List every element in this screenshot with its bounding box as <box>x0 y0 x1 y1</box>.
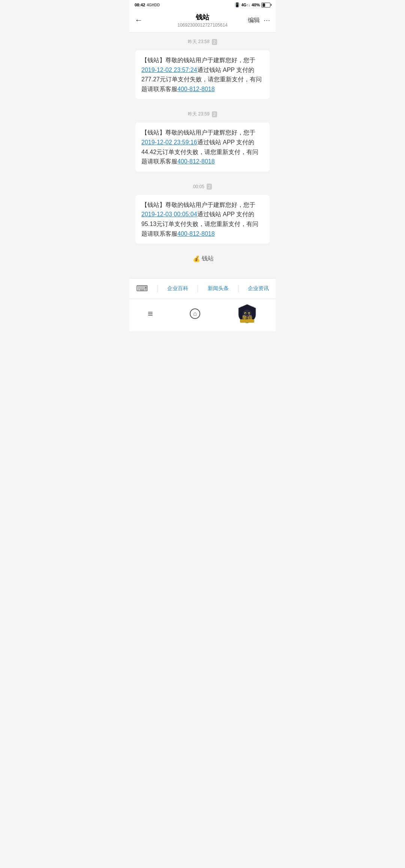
time-display: 08:42 <box>135 3 145 7</box>
keyboard-button[interactable]: ⌨ <box>132 282 152 295</box>
toolbar-item-1[interactable]: 新闻头条 <box>204 284 232 293</box>
message-text-1: 【钱站】尊敬的钱站用户于建辉您好，您于 <box>141 57 255 63</box>
nav-bar: ≡ ⌂ BL <box>129 299 276 331</box>
status-right: 📳 4G↑↓ 40% <box>234 2 270 7</box>
network-type: 4GHDD <box>147 3 160 7</box>
contact-id: 10692300012727105614 <box>157 22 248 28</box>
vibrate-icon: 📳 <box>234 2 240 7</box>
msg-badge-1: 2 <box>212 39 217 45</box>
blackcat-logo[interactable]: BLACK CAT 黑猫 <box>237 304 257 324</box>
menu-button[interactable]: ≡ <box>148 308 153 319</box>
timestamp-2: 昨天 23:59 <box>188 111 209 117</box>
home-icon: ⌂ <box>190 308 200 319</box>
divider-3 <box>238 285 238 292</box>
timestamp-row-2: 昨天 23:59 2 <box>129 105 276 121</box>
message-phone-3[interactable]: 400-812-8018 <box>177 230 215 237</box>
home-button[interactable]: ⌂ <box>190 308 200 319</box>
edit-button[interactable]: 编辑 <box>248 16 260 24</box>
message-text-2: 【钱站】尊敬的钱站用户于建辉您好，您于 <box>141 129 255 136</box>
timestamp-1: 昨天 23:58 <box>188 39 209 45</box>
message-link-2[interactable]: 2019-12-02 23:59:16 <box>141 139 197 145</box>
status-left: 08:42 4GHDD <box>135 3 160 7</box>
message-bubble-2: 【钱站】尊敬的钱站用户于建辉您好，您于2019-12-02 23:59:16通过… <box>135 123 270 171</box>
contact-name: 钱站 <box>157 13 248 22</box>
toolbar-item-0[interactable]: 企业百科 <box>164 284 192 293</box>
header-left: ← <box>135 15 157 25</box>
bottom-toolbar: ⌨ 企业百科 新闻头条 企业资讯 <box>129 278 276 299</box>
timestamp-row-1: 昨天 23:58 2 <box>129 33 276 49</box>
message-bubble-3: 【钱站】尊敬的钱站用户于建辉您好，您于2019-12-03 00:05:04通过… <box>135 195 270 244</box>
more-button[interactable]: ··· <box>264 16 270 24</box>
divider-1 <box>158 285 158 292</box>
status-bar: 08:42 4GHDD 📳 4G↑↓ 40% <box>129 0 276 9</box>
message-phone-2[interactable]: 400-812-8018 <box>177 158 215 165</box>
menu-icon: ≡ <box>148 308 153 319</box>
back-button[interactable]: ← <box>135 15 143 25</box>
chat-header: ← 钱站 10692300012727105614 编辑 ··· <box>129 9 276 33</box>
sender-emoji: 💰 <box>193 256 200 262</box>
message-link-3[interactable]: 2019-12-03 00:05:04 <box>141 211 197 217</box>
divider-2 <box>198 285 198 292</box>
battery-icon <box>261 3 270 7</box>
header-right: 编辑 ··· <box>248 16 270 24</box>
signal-icon: 4G↑↓ <box>242 3 250 7</box>
message-link-1[interactable]: 2019-12-02 23:57:24 <box>141 67 197 73</box>
blackcat-label: BLACK CAT <box>239 313 256 316</box>
chat-area: 昨天 23:58 2 【钱站】尊敬的钱站用户于建辉您好，您于2019-12-02… <box>129 33 276 278</box>
emoji-sender: 💰钱站 <box>129 250 276 271</box>
sender-name: 钱站 <box>202 255 214 262</box>
timestamp-3: 00:05 <box>193 184 204 189</box>
home-icon-inner: ⌂ <box>193 310 197 317</box>
msg-badge-2: 2 <box>212 111 217 117</box>
msg-badge-3: 2 <box>207 184 212 190</box>
blackcat-chinese-label: 黑猫 <box>242 316 252 322</box>
timestamp-row-3: 00:05 2 <box>129 178 276 193</box>
header-center: 钱站 10692300012727105614 <box>157 13 248 28</box>
message-phone-1[interactable]: 400-812-8018 <box>177 86 215 92</box>
battery-percent: 40% <box>252 3 260 7</box>
message-text-3: 【钱站】尊敬的钱站用户于建辉您好，您于 <box>141 202 255 208</box>
toolbar-item-2[interactable]: 企业资讯 <box>244 284 273 293</box>
message-bubble-1: 【钱站】尊敬的钱站用户于建辉您好，您于2019-12-02 23:57:24通过… <box>135 50 270 99</box>
